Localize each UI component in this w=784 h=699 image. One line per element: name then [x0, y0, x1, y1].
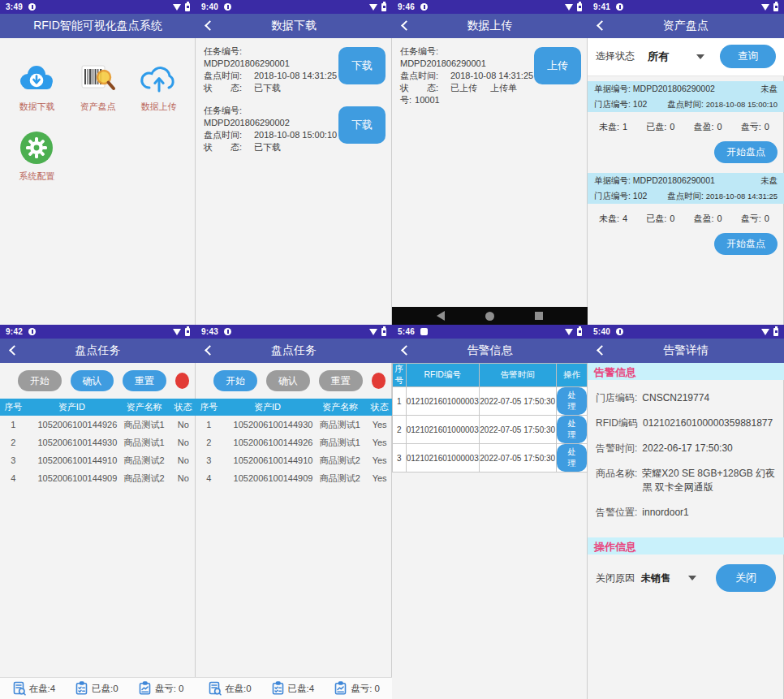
handle-button[interactable]: 处理 [557, 387, 587, 415]
table-row[interactable]: 31052006100144910商品测试2Yes [196, 451, 392, 469]
chevron-down-icon[interactable] [688, 576, 696, 580]
card-stats-row: 未盘:4 已盘:0 盘盈:0 盘亏:0 [588, 204, 784, 230]
query-button[interactable]: 查询 [720, 45, 776, 68]
start-inventory-button[interactable]: 开始盘点 [714, 141, 778, 163]
summary-item: 盘亏: 0 [138, 681, 184, 696]
status-time: 9:46 [398, 2, 415, 11]
menu-item-data-download[interactable]: 数据下载 [6, 61, 67, 113]
wifi-icon [761, 4, 769, 11]
screenshot-grid: 3:49 RFID智能可视化盘点系统 [0, 0, 784, 699]
table-row[interactable]: 21052006100144926商品测试1Yes [196, 434, 392, 451]
col-seq: 序号 [393, 364, 407, 387]
nav-home-icon[interactable] [485, 312, 494, 321]
card-store-row: 门店编号: 102 盘点时间: 2018-10-08 15:00:10 [588, 97, 784, 112]
summary-text: 已盘:0 [92, 683, 118, 695]
app-bar: 告警信息 [392, 339, 588, 363]
summary-text: 在盘:0 [225, 683, 252, 695]
col-status: 状态 [367, 399, 392, 416]
page-title: 数据下载 [271, 19, 317, 33]
stat-value: 0 [717, 214, 722, 223]
table-row[interactable]: 31052006100144910商品测试2No [0, 451, 196, 469]
status-bar: 9:41 [588, 0, 784, 14]
table-row[interactable]: 41052006100144909商品测试2Yes [196, 469, 392, 487]
stat-value: 4 [622, 214, 627, 223]
task-summary-bar: 在盘:4 已盘:0 盘亏: 0 [0, 677, 196, 699]
download-task-row: 任务编号:MDPD201806290002 盘点时间:2018-10-08 15… [196, 97, 392, 157]
confirm-button[interactable]: 确认 [71, 370, 114, 391]
field-label: 告警位置: [596, 506, 637, 520]
menu-item-system-config[interactable]: 系统配置 [6, 131, 67, 183]
field-label: 任务编号: [204, 45, 254, 58]
app-bar: 资产盘点 [588, 14, 784, 38]
status-time: 5:40 [593, 327, 610, 336]
reset-button[interactable]: 重置 [123, 370, 166, 391]
menu-item-data-upload[interactable]: 数据上传 [128, 61, 189, 113]
task-state: 已下载 [254, 142, 281, 152]
barcode-search-icon [79, 61, 116, 95]
table-row[interactable]: 41052006100144909商品测试2No [0, 469, 196, 487]
card-stats-row: 未盘:1 已盘:0 盘盈:0 盘亏:0 [588, 112, 784, 138]
cloud-download-icon [16, 61, 57, 95]
status-select[interactable]: 所有 [648, 50, 669, 64]
start-inventory-button[interactable]: 开始盘点 [714, 233, 778, 255]
upload-button[interactable]: 上传 [534, 47, 581, 84]
nav-back-icon[interactable] [437, 311, 445, 321]
battery-icon [577, 3, 582, 11]
panel-data-download: 9:40 数据下载 任务编号:MDPD201806290001 盘点时间:201… [196, 0, 392, 325]
card-doc-row: 单据编号: MDPD201806290002 未盘 [588, 81, 784, 97]
stat-label: 盘亏: [741, 214, 761, 223]
back-icon[interactable] [597, 20, 607, 31]
page-title: 告警信息 [467, 343, 513, 358]
status-time: 9:40 [201, 2, 218, 11]
wifi-icon [761, 329, 769, 335]
start-button[interactable]: 开始 [18, 370, 62, 391]
filter-label: 选择状态 [596, 50, 635, 63]
notification-icon [420, 328, 428, 335]
col-asset-name: 资产名称 [117, 399, 170, 416]
battery-icon [773, 3, 778, 11]
table-row[interactable]: 11052006100144930商品测试1Yes [196, 416, 392, 434]
back-icon[interactable] [401, 345, 411, 356]
app-bar: 盘点任务 [196, 339, 392, 363]
menu-item-asset-inventory[interactable]: 资产盘点 [67, 61, 128, 113]
chevron-down-icon[interactable] [696, 54, 704, 59]
stat-value: 0 [670, 214, 674, 223]
page-title: 告警详情 [663, 343, 709, 358]
download-button[interactable]: 下载 [338, 47, 386, 84]
back-icon[interactable] [597, 345, 607, 356]
notification-icon [224, 3, 231, 11]
start-button[interactable]: 开始 [213, 370, 257, 391]
field-label: 盘点时间: [204, 70, 254, 82]
status-time: 9:43 [201, 327, 218, 336]
back-icon[interactable] [9, 345, 19, 356]
confirm-button[interactable]: 确认 [266, 370, 310, 391]
col-seq: 序号 [0, 399, 26, 416]
field-label: 盘点时间: [204, 129, 254, 141]
col-rfid: RFID编号 [406, 364, 479, 387]
reset-button[interactable]: 重置 [319, 370, 363, 391]
back-icon[interactable] [401, 20, 411, 31]
table-row[interactable]: 11052006100144926商品测试1No [0, 416, 196, 434]
gear-icon [20, 131, 53, 165]
back-icon[interactable] [205, 20, 215, 31]
nav-recents-icon[interactable] [535, 312, 543, 320]
download-button[interactable]: 下载 [338, 106, 386, 144]
stat-value: 1 [622, 122, 627, 132]
back-icon[interactable] [205, 345, 215, 356]
table-row[interactable]: 21052006100144930商品测试1No [0, 434, 196, 451]
panel-task-unscanned: 9:42 盘点任务 开始 确认 重置 序号 资产ID 资产名称 状态 [0, 325, 196, 699]
status-time: 9:42 [6, 327, 23, 336]
close-button[interactable]: 关闭 [716, 564, 776, 592]
rfid-code-value: 012102160100000359881877 [643, 416, 776, 430]
col-alarm-time: 告警时间 [479, 364, 556, 387]
wifi-icon [369, 329, 377, 335]
task-toolbar: 开始 确认 重置 [0, 363, 196, 399]
battery-icon [185, 328, 190, 336]
table-header-row: 序号 资产ID 资产名称 状态 [196, 399, 392, 416]
handle-button[interactable]: 处理 [557, 416, 587, 443]
col-asset-id: 资产ID [222, 399, 313, 416]
close-reason-select[interactable]: 未销售 [641, 572, 670, 585]
field-label: 单据编号: [594, 84, 631, 93]
handle-button[interactable]: 处理 [557, 444, 587, 472]
detail-field: 商品名称: 荣耀X20 SE 8GB+128GB 幻夜黑 双卡全网通版 [588, 467, 784, 494]
